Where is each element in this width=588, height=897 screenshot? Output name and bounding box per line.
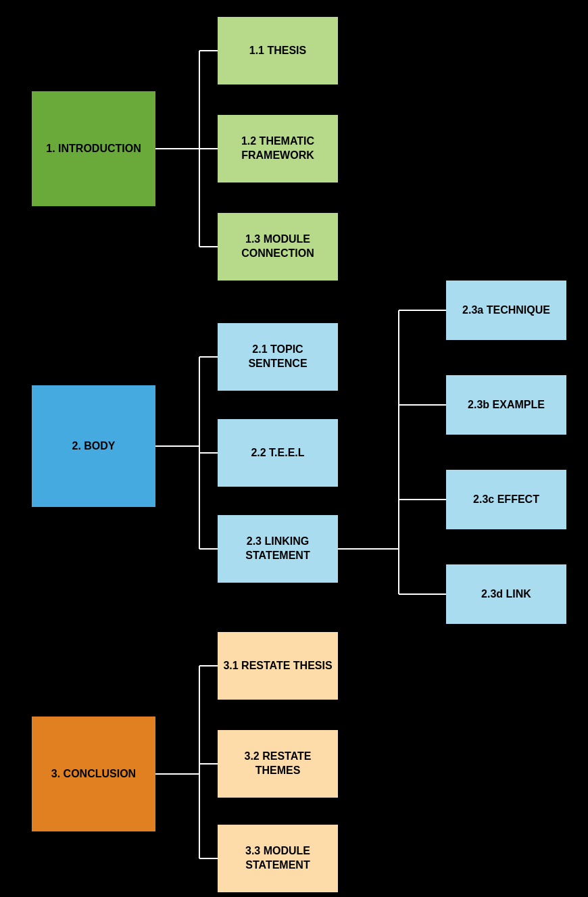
thesis-label: 1.1 THESIS <box>249 44 306 58</box>
module-statement-label: 3.3 MODULE STATEMENT <box>223 844 333 873</box>
body-label: 2. BODY <box>72 439 115 454</box>
body-box: 2. BODY <box>32 385 155 507</box>
effect-label: 2.3c EFFECT <box>473 493 539 507</box>
restate-themes-box: 3.2 RESTATE THEMES <box>218 730 338 798</box>
conclusion-box: 3. CONCLUSION <box>32 717 155 831</box>
thematic-framework-box: 1.2 THEMATIC FRAMEWORK <box>218 115 338 183</box>
restate-thesis-label: 3.1 RESTATE THESIS <box>223 659 332 673</box>
restate-thesis-box: 3.1 RESTATE THESIS <box>218 632 338 700</box>
restate-themes-label: 3.2 RESTATE THEMES <box>223 750 333 778</box>
introduction-box: 1. INTRODUCTION <box>32 91 155 206</box>
link-label: 2.3d LINK <box>481 587 531 602</box>
linking-statement-box: 2.3 LINKING STATEMENT <box>218 515 338 583</box>
conclusion-label: 3. CONCLUSION <box>51 767 136 781</box>
teel-box: 2.2 T.E.E.L <box>218 419 338 487</box>
module-statement-box: 3.3 MODULE STATEMENT <box>218 825 338 892</box>
linking-statement-label: 2.3 LINKING STATEMENT <box>223 535 333 563</box>
example-box: 2.3b EXAMPLE <box>446 375 566 435</box>
link-box: 2.3d LINK <box>446 564 566 624</box>
effect-box: 2.3c EFFECT <box>446 470 566 529</box>
module-connection-box: 1.3 MODULE CONNECTION <box>218 213 338 281</box>
introduction-label: 1. INTRODUCTION <box>46 142 141 156</box>
thesis-box: 1.1 THESIS <box>218 17 338 84</box>
topic-sentence-box: 2.1 TOPIC SENTENCE <box>218 323 338 391</box>
thematic-framework-label: 1.2 THEMATIC FRAMEWORK <box>223 135 333 163</box>
topic-sentence-label: 2.1 TOPIC SENTENCE <box>223 343 333 371</box>
teel-label: 2.2 T.E.E.L <box>251 446 304 460</box>
technique-box: 2.3a TECHNIQUE <box>446 281 566 340</box>
module-connection-label: 1.3 MODULE CONNECTION <box>223 233 333 261</box>
technique-label: 2.3a TECHNIQUE <box>462 304 550 318</box>
example-label: 2.3b EXAMPLE <box>468 398 545 412</box>
